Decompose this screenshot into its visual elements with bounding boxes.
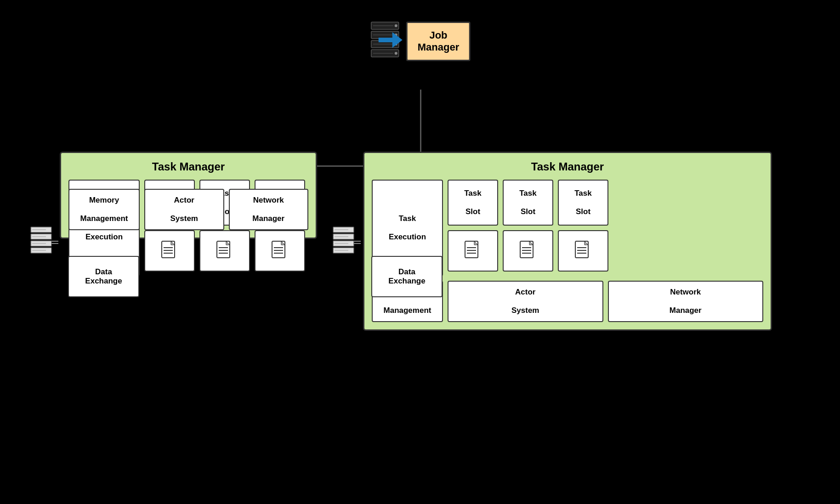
tm2-actor-line1: Actor (515, 288, 535, 297)
task-manager-1-grid: Task Execution Task Slot Task Slot (68, 180, 308, 230)
tm1-actor-line1: Actor (174, 196, 194, 205)
tm1-doc-row (144, 230, 308, 272)
tm2-slot1-line2: Slot (465, 207, 480, 216)
tm2-doc-1 (448, 230, 498, 272)
diagram-container: Job Manager Task Manager Task Execution (0, 0, 840, 504)
tm2-slot3-line2: Slot (576, 207, 590, 216)
tm1-memory-management: Memory Management (68, 189, 140, 230)
job-manager-server-icon (369, 18, 406, 64)
tm1-actor-line2: System (170, 214, 198, 223)
tm2-slot-3: Task Slot (558, 180, 608, 226)
task-manager-2: Task Manager Task Execution Task Slot Ta… (363, 152, 772, 331)
tm1-doc-3 (255, 230, 305, 272)
tm2-doc-row (448, 230, 763, 272)
tm1-server-icon (28, 225, 58, 264)
tm2-doc-icon-1 (464, 240, 482, 261)
job-manager-label-line2: Manager (418, 41, 459, 53)
tm2-slots-column: Task Slot Task Slot Task Slot (448, 180, 763, 276)
tm1-bottom-row: Memory Management Actor System Network M… (68, 189, 308, 230)
tm2-net-line1: Network (670, 288, 701, 297)
tm1-network-manager: Network Manager (229, 189, 309, 230)
job-manager-label-line1: Job (429, 29, 447, 41)
svg-point-11 (395, 52, 397, 55)
tm2-slot-2: Task Slot (503, 180, 553, 226)
svg-point-8 (395, 24, 397, 27)
tm2-data-exchange: DataExchange (371, 256, 443, 297)
job-manager-area: Job Manager (369, 18, 471, 64)
tm2-slot2-line1: Task (519, 189, 537, 198)
tm1-actor-system: Actor System (144, 189, 224, 230)
tm1-task-execution-line2: Execution (85, 232, 123, 242)
tm2-slot-1: Task Slot (448, 180, 498, 226)
tm1-doc-2 (199, 230, 250, 272)
task-manager-2-grid: Task Execution Task Slot Task Slot (372, 180, 763, 322)
tm2-slot-row: Task Slot Task Slot Task Slot (448, 180, 763, 226)
task-manager-1: Task Manager Task Execution Task Slot (60, 152, 317, 239)
tm1-data-exchange: DataExchange (68, 256, 139, 297)
tm1-mem-line1: Memory (89, 196, 119, 205)
tm2-net-line2: Manager (670, 306, 702, 315)
tm2-doc-2 (503, 230, 553, 272)
tm2-doc-icon-3 (574, 240, 592, 261)
tm1-mem-line2: Management (80, 214, 128, 223)
tm1-doc-1 (144, 230, 195, 272)
tm2-network-manager: Network Manager (608, 281, 764, 322)
tm2-actor-line2: System (511, 306, 539, 315)
tm2-slot1-line1: Task (464, 189, 482, 198)
tm2-slot3-line1: Task (574, 189, 592, 198)
tm2-server-icon (331, 225, 361, 264)
task-manager-2-title: Task Manager (372, 160, 763, 173)
doc-icon-3 (271, 240, 289, 261)
doc-icon-2 (216, 240, 233, 261)
tm2-actor-system: Actor System (448, 281, 603, 322)
tm2-slot2-line2: Slot (521, 207, 535, 216)
job-manager-box: Job Manager (406, 22, 471, 61)
tm1-net-line2: Manager (252, 214, 284, 223)
tm2-doc-3 (558, 230, 608, 272)
tm2-te-line1: Task (399, 214, 416, 223)
doc-icon-1 (161, 240, 178, 261)
tm2-mem-line2: Management (384, 306, 431, 315)
tm2-doc-icon-2 (519, 240, 537, 261)
tm1-net-line1: Network (253, 196, 284, 205)
tm2-te-line2: Execution (389, 232, 426, 242)
task-manager-1-title: Task Manager (68, 160, 308, 173)
